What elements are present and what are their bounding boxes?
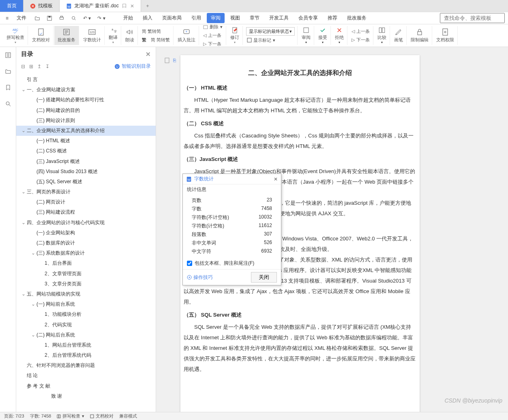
dialog-close-icon[interactable]: ✕ bbox=[274, 176, 278, 182]
toc-item[interactable]: ⌄(一) 网站前台系统 bbox=[16, 299, 156, 309]
menu-layout[interactable]: 页面布局 bbox=[158, 13, 186, 23]
rewrite-button[interactable]: 批改服务 bbox=[54, 26, 79, 45]
menu-start[interactable]: 开始 bbox=[119, 13, 137, 23]
page-anchor-icon[interactable]: ⎘ bbox=[173, 58, 176, 63]
chevron-down-icon[interactable]: ⌄ bbox=[21, 86, 26, 94]
chevron-down-icon[interactable]: ⌄ bbox=[21, 188, 26, 196]
toc-item[interactable]: (二) 数据库的设计 bbox=[16, 238, 156, 248]
chevron-down-icon[interactable]: ⌄ bbox=[31, 300, 36, 308]
chevron-down-icon[interactable]: ⌄ bbox=[31, 331, 36, 339]
toc-expand-icon[interactable]: ⊞ bbox=[29, 64, 33, 69]
toc-item[interactable]: 六、针对不同浏览器的兼容问题 bbox=[16, 360, 156, 371]
accept-button[interactable]: 接受▾ bbox=[315, 26, 331, 45]
file-menu[interactable]: 文件 bbox=[13, 13, 30, 23]
prev-comment[interactable]: ◁ 上一条 bbox=[202, 32, 223, 39]
translate-button[interactable]: a字翻译▾ bbox=[105, 26, 121, 45]
show-marks[interactable]: 显示标记 ▾ bbox=[246, 36, 295, 44]
toc-item[interactable]: 1、网站后台管理系统 bbox=[16, 340, 156, 350]
menu-vip[interactable]: 会员专享 bbox=[294, 13, 322, 23]
toc-up-icon[interactable]: ↥ bbox=[37, 64, 41, 69]
menu-proofservice[interactable]: 批改服务 bbox=[343, 13, 371, 23]
proof-button[interactable]: 文档校对 bbox=[29, 26, 54, 45]
menu-insert[interactable]: 插入 bbox=[139, 13, 156, 23]
tips-button[interactable]: 操作技巧 bbox=[187, 274, 213, 281]
toc-item[interactable]: ⌄五、网站功能模块的实现 bbox=[16, 289, 156, 299]
status-spell[interactable]: 拼写检查 ▾ bbox=[57, 413, 84, 419]
toc-item[interactable]: (一) 搭建网站的必要性和可行性 bbox=[16, 95, 156, 105]
toc-close-icon[interactable]: ✕ bbox=[146, 51, 151, 58]
include-textbox-checkbox[interactable] bbox=[187, 261, 192, 266]
toc-item[interactable]: 1、功能模块分析 bbox=[16, 309, 156, 319]
trad-to-simp[interactable]: 简 繁转简 bbox=[141, 28, 171, 35]
toc-item[interactable]: (三) 网站设计原则 bbox=[16, 116, 156, 126]
search-input[interactable] bbox=[440, 13, 505, 23]
print-icon[interactable] bbox=[56, 14, 67, 23]
wordcount-button[interactable]: 123字数统计 bbox=[80, 26, 105, 45]
delete-comment[interactable]: 删除 ▾ bbox=[202, 23, 223, 31]
tab-templates[interactable]: 找模板 bbox=[24, 0, 60, 12]
reject-button[interactable]: 拒绝▾ bbox=[332, 26, 347, 45]
compare-button[interactable]: 比较▾ bbox=[374, 26, 390, 45]
open-icon[interactable] bbox=[32, 14, 43, 23]
rail-search-icon[interactable] bbox=[3, 66, 13, 76]
toc-item[interactable]: (二) CSS 概述 bbox=[16, 146, 156, 156]
prev-change[interactable]: ◁ 上一条 bbox=[351, 28, 371, 35]
toc-item[interactable]: (三) JavaScript 概述 bbox=[16, 156, 156, 167]
page-mark-icon[interactable] bbox=[164, 58, 170, 63]
menu-recommend[interactable]: 推荐 bbox=[324, 13, 341, 23]
toc-item[interactable]: (五) SQL Server 概述 bbox=[16, 177, 156, 187]
toc-item[interactable]: 致 谢 bbox=[16, 391, 156, 401]
rail-toc-icon[interactable] bbox=[3, 50, 13, 60]
toc-item[interactable]: (二) 网页设计 bbox=[16, 197, 156, 207]
toc-collapse-icon[interactable]: ⊟ bbox=[21, 64, 25, 69]
toc-item[interactable]: ⌄(二) 网站后台系统 bbox=[16, 330, 156, 340]
status-words[interactable]: 字数: 7458 bbox=[30, 413, 51, 419]
redo-icon[interactable]: ↷ ▾ bbox=[95, 14, 107, 23]
readaloud-button[interactable]: 朗读 bbox=[122, 26, 138, 45]
toc-item[interactable]: ⌄二、企业网站开发工具的选择和介绍 bbox=[16, 126, 156, 136]
close-icon[interactable]: ✕ bbox=[130, 3, 134, 9]
preview-icon[interactable] bbox=[69, 14, 79, 23]
toc-item[interactable]: 结 论 bbox=[16, 371, 156, 381]
menu-references[interactable]: 引用 bbox=[187, 13, 205, 23]
add-tab-button[interactable]: ＋ bbox=[141, 0, 154, 12]
tab-home[interactable]: 首页 bbox=[0, 0, 24, 12]
review-button[interactable]: 审阅▾ bbox=[298, 26, 314, 45]
toc-list[interactable]: 引 言⌄一、企业网站建设方案(一) 搭建网站的必要性和可行性(二) 网站建设的目… bbox=[16, 73, 156, 412]
toc-item[interactable]: 引 言 bbox=[16, 75, 156, 85]
status-proof[interactable]: 文档校对 bbox=[90, 413, 114, 419]
chevron-down-icon[interactable]: ⌄ bbox=[21, 219, 26, 227]
app-menu-icon[interactable]: ≡ bbox=[3, 14, 11, 23]
toc-item[interactable]: (二) 网站建设的目的 bbox=[16, 105, 156, 116]
next-change[interactable]: ▷ 下一条 bbox=[351, 36, 371, 44]
menu-view[interactable]: 视图 bbox=[226, 13, 244, 23]
toc-item[interactable]: 1、后台界面 bbox=[16, 258, 156, 268]
permission-button[interactable]: 文档权限 bbox=[433, 26, 458, 45]
toc-item[interactable]: 参 考 文 献 bbox=[16, 381, 156, 391]
insert-comment-button[interactable]: +插入批注 bbox=[174, 26, 199, 45]
pen-button[interactable]: 画笔 bbox=[391, 26, 407, 45]
toc-item[interactable]: 2、代码实现 bbox=[16, 320, 156, 330]
menu-dev[interactable]: 开发工具 bbox=[265, 13, 293, 23]
toc-item[interactable]: 2、文章管理页面 bbox=[16, 269, 156, 279]
simp-to-trad[interactable]: 繁 简 简转繁 bbox=[141, 36, 171, 44]
track-display-dropdown[interactable]: 显示标记的最终状态▾ bbox=[246, 27, 295, 36]
save-icon[interactable] bbox=[44, 14, 55, 23]
toc-item[interactable]: ⌄三、网页的界面设计 bbox=[16, 187, 156, 197]
toc-item[interactable]: (四) Visual Studio 2013 概述 bbox=[16, 167, 156, 177]
toc-item[interactable]: ⌄一、企业网站建设方案 bbox=[16, 85, 156, 95]
chevron-down-icon[interactable]: ⌄ bbox=[21, 290, 26, 298]
spellcheck-button[interactable]: ABC拼写检查▾ bbox=[3, 26, 28, 45]
toc-item[interactable]: (一) 企业网站架构 bbox=[16, 228, 156, 238]
chevron-down-icon[interactable]: ⌄ bbox=[21, 127, 26, 135]
rail-find-icon[interactable] bbox=[3, 99, 13, 109]
toc-item[interactable]: ⌄四、企业网站的设计与核心代码实现 bbox=[16, 218, 156, 228]
chevron-down-icon[interactable]: ⌄ bbox=[31, 249, 36, 257]
tab-document[interactable]: W 龙湖地产 童佳昕.doc 口 ✕ bbox=[60, 0, 141, 12]
status-compat[interactable]: 兼容模式 bbox=[119, 413, 137, 419]
toc-item[interactable]: 3、文章分类页面 bbox=[16, 279, 156, 289]
menu-section[interactable]: 章节 bbox=[246, 13, 264, 23]
close-button[interactable]: 关闭 bbox=[251, 272, 277, 283]
rail-bookmark-icon[interactable] bbox=[3, 83, 13, 92]
toc-item[interactable]: (三) 网站建设流程 bbox=[16, 207, 156, 217]
